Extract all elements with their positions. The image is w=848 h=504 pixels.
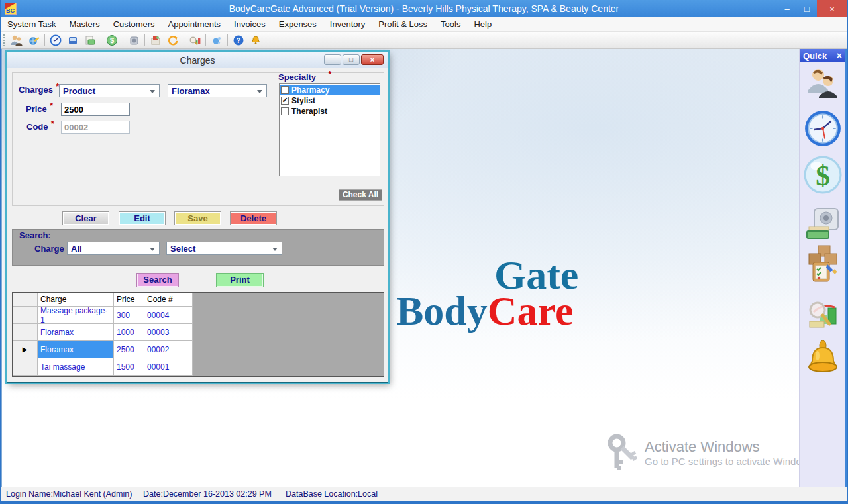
grid-row[interactable]: Massage package-1 300 00004 xyxy=(13,307,384,324)
price-input[interactable] xyxy=(61,103,130,116)
charge-item-dropdown[interactable]: Floramax xyxy=(168,84,267,97)
status-login: Login Name:Michael Kent (Admin) xyxy=(6,489,132,499)
search-item-dropdown[interactable]: Select xyxy=(166,242,282,255)
cell-charge[interactable]: Massage package-1 xyxy=(38,307,114,324)
status-date: Date:December 16-2013 02:29 PM xyxy=(143,489,272,499)
menu-customers[interactable]: Customers xyxy=(107,17,162,32)
cell-price[interactable]: 1000 xyxy=(114,324,144,341)
menu-system-task[interactable]: System Task xyxy=(1,17,62,32)
menu-help[interactable]: Help xyxy=(467,17,498,32)
grid-row-selected[interactable]: ▶ Floramax 2500 00002 xyxy=(13,341,384,358)
row-selector[interactable] xyxy=(13,307,38,324)
restore-button[interactable]: □ xyxy=(797,0,817,17)
edit-button[interactable]: Edit xyxy=(119,211,166,225)
charges-dialog: Charges – □ × Charges* Product Floramax … xyxy=(7,52,388,383)
cell-code[interactable]: 00004 xyxy=(144,307,193,324)
customers-icon[interactable] xyxy=(806,66,840,102)
cell-charge[interactable]: Floramax xyxy=(38,324,114,341)
save-button[interactable]: Save xyxy=(174,211,221,225)
world-edit-icon[interactable] xyxy=(25,32,42,48)
splash-icon[interactable] xyxy=(208,32,225,48)
charge-type-dropdown[interactable]: Product xyxy=(59,84,160,97)
code-label: Code* xyxy=(26,122,54,132)
delete-button[interactable]: Delete xyxy=(230,211,277,225)
dialog-body: Charges* Product Floramax Price* Code* S… xyxy=(7,68,388,382)
profit-report-icon[interactable] xyxy=(804,297,841,338)
grid-selector-header xyxy=(13,293,38,307)
reminder-bell-icon[interactable] xyxy=(806,339,839,380)
menu-appointments[interactable]: Appointments xyxy=(162,17,228,32)
dialog-maximize-button[interactable]: □ xyxy=(343,54,360,65)
dollar-coin-icon[interactable]: $ xyxy=(103,32,121,48)
package-icon[interactable] xyxy=(147,32,164,48)
safe-icon[interactable] xyxy=(125,32,142,48)
row-selector[interactable] xyxy=(13,324,38,341)
menu-invoices[interactable]: Invoices xyxy=(227,17,272,32)
search-button[interactable]: Search xyxy=(136,273,179,287)
app-icon-text: BC xyxy=(6,7,15,14)
price-label: Price* xyxy=(26,104,52,114)
dialog-title-bar[interactable]: Charges – □ × xyxy=(7,52,388,68)
dialog-close-button[interactable]: × xyxy=(361,54,384,65)
menu-bar: System Task Masters Customers Appointmen… xyxy=(1,17,847,32)
row-selector[interactable] xyxy=(13,358,38,376)
clock-icon[interactable] xyxy=(804,109,842,151)
specialty-item-therapist[interactable]: Therapist xyxy=(280,106,380,117)
cell-charge-selected[interactable]: Floramax xyxy=(38,341,114,358)
search-charge-dropdown[interactable]: All xyxy=(67,242,160,255)
grid-header-charge[interactable]: Charge xyxy=(38,293,114,307)
phone-icon[interactable] xyxy=(64,32,81,48)
money-note-icon[interactable] xyxy=(81,32,99,48)
quick-close-icon[interactable]: × xyxy=(837,50,842,61)
grid-header-price[interactable]: Price xyxy=(114,293,144,307)
charges-label: Charges* xyxy=(19,85,59,95)
check-all-button[interactable]: Check All xyxy=(339,189,382,201)
clear-button[interactable]: Clear xyxy=(62,211,109,225)
grid-header-code[interactable]: Code # xyxy=(144,293,193,307)
report-search-icon[interactable] xyxy=(186,32,203,48)
status-database: DataBase Location:Local xyxy=(286,489,378,499)
minimize-button[interactable]: – xyxy=(777,0,797,17)
specialty-item-pharmacy[interactable]: Pharmacy xyxy=(280,85,380,95)
logo-line2: BodyCare xyxy=(396,290,648,331)
grid-row[interactable]: Floramax 1000 00003 xyxy=(13,324,384,341)
menu-profit-loss[interactable]: Profit & Loss xyxy=(372,17,434,32)
dialog-minimize-button[interactable]: – xyxy=(324,54,341,65)
cell-code[interactable]: 00001 xyxy=(144,358,193,376)
search-charge-label: Charge xyxy=(34,244,64,254)
window-title: BodyCareGate Advanced (Trial Version) - … xyxy=(1,3,847,14)
menu-masters[interactable]: Masters xyxy=(62,17,106,32)
grid-row[interactable]: Tai massage 1500 00001 xyxy=(13,358,384,376)
cell-code[interactable]: 00002 xyxy=(144,341,193,358)
inventory-boxes-icon[interactable] xyxy=(804,244,842,286)
checkbox-checked[interactable] xyxy=(281,97,289,105)
cell-price[interactable]: 1500 xyxy=(114,358,144,376)
cash-safe-icon[interactable] xyxy=(805,208,841,244)
cell-price[interactable]: 300 xyxy=(114,307,144,324)
menu-tools[interactable]: Tools xyxy=(434,17,467,32)
cell-code[interactable]: 00003 xyxy=(144,324,193,341)
bell-icon[interactable] xyxy=(247,32,264,48)
cell-price[interactable]: 2500 xyxy=(114,341,144,358)
quick-title: Quick xyxy=(803,51,827,61)
specialty-item-stylist[interactable]: Stylist xyxy=(280,95,380,106)
print-button[interactable]: Print xyxy=(216,273,264,287)
customers-icon[interactable] xyxy=(8,32,25,48)
row-selector-current[interactable]: ▶ xyxy=(13,341,38,358)
activate-subtitle: Go to PC settings to activate Windows. xyxy=(645,456,816,467)
menu-expenses[interactable]: Expenses xyxy=(272,17,323,32)
menu-inventory[interactable]: Inventory xyxy=(323,17,372,32)
clock-icon[interactable] xyxy=(47,32,64,48)
specialty-listbox[interactable]: Pharmacy Stylist Therapist xyxy=(279,83,380,176)
mdi-workspace: Gate BodyCare Activate Windows Go to PC … xyxy=(1,49,847,487)
search-groupbox: Search: Charge All Select xyxy=(12,229,384,266)
checkbox-unchecked[interactable] xyxy=(281,86,289,94)
close-button[interactable]: × xyxy=(817,0,847,17)
dollar-bubble-icon[interactable]: $ xyxy=(804,155,842,197)
undo-arrow-icon[interactable] xyxy=(164,32,182,48)
specialty-label: Specialty* xyxy=(278,72,331,82)
help-icon[interactable]: ? xyxy=(230,32,247,48)
checkbox-unchecked[interactable] xyxy=(281,107,289,115)
code-input xyxy=(61,121,130,134)
cell-charge[interactable]: Tai massage xyxy=(38,358,114,376)
